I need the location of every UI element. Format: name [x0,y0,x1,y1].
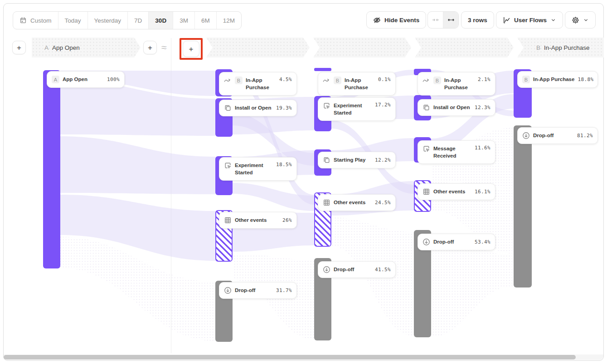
trend-arrow-icon [323,77,330,84]
flow-node-card[interactable]: Drop-off 81.2% [517,127,598,144]
step-badge: B [522,76,530,83]
step-badge: B [334,77,341,84]
flow-node-card[interactable]: B In-App Purchase 18.8% [517,71,598,88]
flow-node-card[interactable]: Message Received 11.6% [418,140,495,164]
trend-arrow-icon [224,77,232,84]
trend-arrow-icon [422,77,430,84]
flow-node-card[interactable]: Other events 16.1% [418,183,495,200]
node-name: Starting Play [334,156,372,163]
node-name: Experiment Started [334,102,372,116]
flow-node-card[interactable]: A App Open 100% [47,71,125,88]
node-name: Other events [433,188,471,195]
flow-node-card[interactable]: B In-App Purchase 2.1% [418,72,495,96]
node-name: Drop-off [533,132,574,139]
node-name: App Open [63,76,104,83]
user-flows-app: Custom Today Yesterday 7D 30D 3M 6M 12M … [0,0,607,364]
flow-node-card[interactable]: Drop-off 31.7% [219,282,297,299]
node-name: Message Received [433,145,471,159]
grid-icon [323,199,330,206]
dropoff-icon [224,287,232,294]
node-percent: 53.4% [475,239,490,245]
flow-node-card[interactable]: Experiment Started 18.5% [219,157,297,181]
custom-event-icon [422,145,430,153]
node-percent: 100% [107,77,120,82]
flow-node-card[interactable]: Starting Play 12.2% [318,152,396,168]
node-percent: 4.5% [279,77,292,82]
horizontal-scrollbar-thumb[interactable] [4,355,576,359]
flow-ribbon [60,136,215,194]
node-percent: 26% [282,217,292,223]
flow-node-card[interactable]: Experiment Started 17.2% [318,97,396,121]
node-name: In-App Purchase [345,77,375,91]
node-percent: 41.5% [375,267,391,273]
node-percent: 11.6% [475,145,490,151]
custom-event-icon [323,102,330,110]
node-name: Install or Open [235,104,273,111]
node-name: Drop-off [433,238,471,245]
overlapping-squares-icon [224,104,232,112]
node-name: In-App Purchase [444,77,475,91]
node-bar[interactable] [314,68,331,71]
step-badge: B [235,77,243,84]
node-percent: 18.5% [276,162,292,168]
flow-node-card[interactable]: Install or Open 12.3% [418,99,495,116]
node-percent: 31.7% [276,287,292,293]
overlapping-squares-icon [422,104,430,111]
flow-node-card[interactable]: Drop-off 41.5% [318,261,396,278]
grid-icon [422,188,430,196]
step-badge: A [52,76,59,83]
step-badge: B [433,77,441,84]
node-percent: 2.1% [478,77,490,82]
flow-node-card[interactable]: B In-App Purchase 0.1% [318,72,396,96]
dropoff-icon [323,266,330,273]
flow-node-card[interactable]: Drop-off 53.4% [418,234,495,250]
flow-node-card[interactable]: Other events 24.5% [318,194,396,211]
node-percent: 17.2% [375,102,391,108]
node-percent: 12.2% [375,157,391,163]
dropoff-icon [522,132,530,139]
node-name: Other events [334,199,372,206]
flow-node-card[interactable]: Other events 26% [219,212,297,229]
node-name: Experiment Started [235,162,273,176]
node-bar-app-open[interactable] [43,70,60,268]
flow-node-card[interactable]: B In-App Purchase 4.5% [219,72,297,96]
grid-icon [224,216,232,224]
overlapping-squares-icon [323,156,330,164]
node-percent: 24.5% [375,200,391,206]
node-percent: 18.8% [578,77,593,82]
node-name: Drop-off [334,266,372,273]
node-percent: 0.1% [378,77,391,82]
node-name: Other events [235,216,279,224]
horizontal-scrollbar-track[interactable] [4,354,603,360]
dropoff-icon [422,238,430,246]
node-bar-dropoff[interactable] [514,125,532,287]
node-name: Install or Open [433,104,471,111]
node-percent: 16.1% [475,189,490,195]
node-percent: 19.3% [276,105,292,111]
node-percent: 81.2% [577,133,593,139]
node-name: In-App Purchase [533,76,574,83]
custom-event-icon [224,162,232,169]
node-name: Drop-off [235,287,273,294]
annotation-highlight-box [180,38,203,60]
flow-node-card[interactable]: Install or Open 19.3% [219,100,297,116]
node-name: In-App Purchase [246,77,276,91]
node-percent: 12.3% [475,105,490,110]
